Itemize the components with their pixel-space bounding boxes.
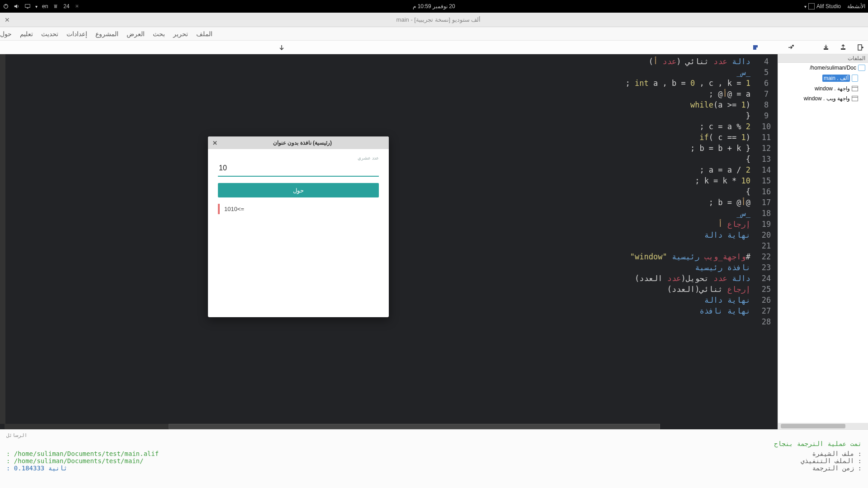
menu-search[interactable]: بحث <box>153 30 165 38</box>
svg-marker-7 <box>753 45 758 50</box>
workspace: دالة عدد ثنائي (عدد أ)_س_int a , b = 0 ,… <box>0 54 868 429</box>
line-number: 15 <box>755 175 778 186</box>
app-window-close-button[interactable]: ✕ <box>211 139 219 147</box>
code-line[interactable] <box>0 316 750 327</box>
code-line[interactable]: while(a >= 1) <box>0 99 750 110</box>
app-menu[interactable]: Alif Studio ▾ <box>804 3 841 9</box>
menu-edit[interactable]: تحرير <box>173 30 188 38</box>
file-panel: الملفات /home/suliman/Doc ألف . mainواجه… <box>778 54 868 429</box>
message-row: : ملف الشيفرة: /home/suliman/Documents/t… <box>6 450 862 457</box>
line-number: 14 <box>755 164 778 175</box>
power-icon[interactable] <box>3 3 9 9</box>
menu-project[interactable]: المشروع <box>95 30 118 38</box>
line-number: 7 <box>755 89 778 99</box>
line-number: 6 <box>755 78 778 89</box>
file-panel-scroll[interactable] <box>778 423 868 429</box>
folder-icon <box>858 65 865 71</box>
message-label: : الملف التنفيذي <box>789 457 862 465</box>
line-number: 11 <box>755 132 778 143</box>
messages-success: تمت عملية الترجمة بنجاح <box>6 440 862 447</box>
app-window-titlebar[interactable]: ✕ (رئيسية) نافذة بدون عنوان <box>208 136 389 149</box>
keyboard-lang[interactable]: en <box>42 3 48 9</box>
code-line[interactable]: int a , b = 0 , c , k = 1 ; <box>0 78 750 89</box>
date-number: 24 <box>63 3 69 9</box>
menu-settings[interactable]: إعدادات <box>66 30 87 38</box>
editor-vscroll[interactable] <box>0 54 5 424</box>
window-title: ألف ستوديو [نسخة تجريبية] - main <box>396 16 481 23</box>
line-number: 25 <box>755 284 778 295</box>
line-number: 27 <box>755 305 778 316</box>
result-output: 1010<= <box>218 204 379 214</box>
line-number: 13 <box>755 154 778 164</box>
line-number: 8 <box>755 99 778 110</box>
goto-icon[interactable] <box>787 43 795 52</box>
code-line[interactable]: { <box>0 110 750 121</box>
activities-button[interactable]: الأنشطة <box>847 3 865 9</box>
message-label: : زمن الترجمة <box>789 465 862 472</box>
svg-rect-3 <box>25 5 30 8</box>
line-number: 20 <box>755 230 778 240</box>
menu-view[interactable]: العرض <box>127 30 145 38</box>
menu-file[interactable]: الملف <box>196 30 212 38</box>
message-value: : 0.184333 ثانية <box>6 465 789 472</box>
file-item[interactable]: ألف . main <box>778 73 868 84</box>
line-number: 10 <box>755 121 778 132</box>
message-value: : /home/suliman/Documents/test/main.alif <box>6 450 789 457</box>
svg-marker-2 <box>14 5 17 9</box>
line-number: 5 <box>755 67 778 78</box>
save-icon[interactable] <box>822 43 830 52</box>
code-line[interactable]: دالة عدد ثنائي (عدد أ) <box>0 56 750 67</box>
line-number: 12 <box>755 143 778 154</box>
clock[interactable]: 20 نوفمبر 10:59 م <box>413 3 455 9</box>
svg-rect-11 <box>858 45 862 50</box>
svg-point-8 <box>792 45 794 47</box>
file-item-label: واجهة . window <box>815 85 850 92</box>
line-number: 17 <box>755 197 778 208</box>
build-icon[interactable] <box>751 43 760 52</box>
file-root[interactable]: /home/suliman/Doc <box>778 63 868 73</box>
file-icon <box>852 75 858 82</box>
line-number: 23 <box>755 262 778 273</box>
file-item[interactable]: واجهة ويب . window <box>778 94 868 103</box>
decimal-input[interactable] <box>218 161 379 177</box>
weather-icon[interactable]: ☀ <box>74 3 80 9</box>
window-close-button[interactable]: ✕ <box>3 15 12 24</box>
display-icon[interactable] <box>24 3 31 9</box>
line-number: 16 <box>755 186 778 197</box>
collapse-icon[interactable] <box>278 43 286 52</box>
convert-button[interactable]: حول <box>218 183 379 197</box>
line-number: 9 <box>755 110 778 121</box>
trash-icon[interactable] <box>52 3 59 9</box>
menu-update[interactable]: تحديث <box>41 30 58 38</box>
open-icon[interactable] <box>839 43 847 52</box>
code-line[interactable]: a = @أ@ ; <box>0 89 750 99</box>
app-icon <box>808 3 815 9</box>
line-number: 26 <box>755 295 778 305</box>
message-label: : ملف الشيفرة <box>789 450 862 457</box>
toolbar <box>0 41 868 54</box>
svg-rect-4 <box>27 8 28 9</box>
line-number: 18 <box>755 208 778 219</box>
code-line[interactable]: c = a % 2 ; <box>0 121 750 132</box>
line-number: 22 <box>755 251 778 262</box>
menu-learn[interactable]: تعليم <box>20 30 33 38</box>
menu-about[interactable]: حول <box>0 30 12 38</box>
file-item[interactable]: واجهة . window <box>778 84 868 94</box>
new-file-icon[interactable] <box>856 43 864 52</box>
messages-panel: الرسائل تمت عملية الترجمة بنجاح : ملف ال… <box>0 429 868 488</box>
file-item-label: واجهة ويب . window <box>804 95 850 102</box>
line-gutter: 4567891011121314151617181920212223242526… <box>755 54 778 429</box>
line-number: 19 <box>755 219 778 230</box>
svg-rect-1 <box>5 4 6 6</box>
line-number: 24 <box>755 273 778 284</box>
volume-icon[interactable] <box>14 3 20 9</box>
file-item-label: ألف . main <box>822 75 850 82</box>
code-editor[interactable]: دالة عدد ثنائي (عدد أ)_س_int a , b = 0 ,… <box>0 54 778 429</box>
dropdown-icon[interactable]: ▾ <box>35 4 38 9</box>
desktop-topbar: ▾ en 24 ☀ 20 نوفمبر 10:59 م الأنشطة Alif… <box>0 0 868 13</box>
code-line[interactable]: _س_ <box>0 67 750 78</box>
svg-rect-5 <box>54 5 57 8</box>
editor-hscroll[interactable] <box>5 424 660 429</box>
message-row: : زمن الترجمة: 0.184333 ثانية <box>6 465 862 472</box>
svg-rect-10 <box>841 48 845 50</box>
